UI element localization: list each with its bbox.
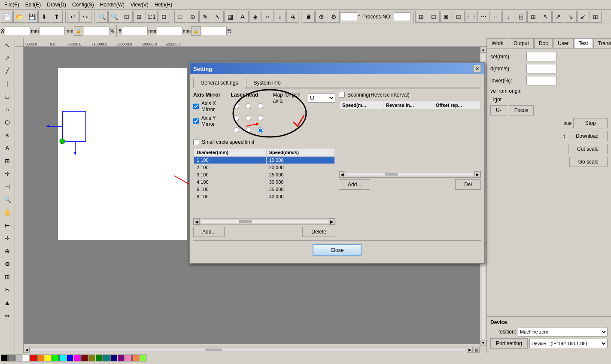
hscroll-left-btn[interactable]: ◀ [24, 347, 30, 353]
align6-button[interactable]: ⋯ [477, 11, 489, 23]
menu-draw[interactable]: Draw(D) [44, 1, 69, 9]
color-lime[interactable] [140, 355, 146, 361]
tab-doc[interactable]: Doc [534, 38, 553, 48]
zoom-tool[interactable]: 🔍 [1, 194, 13, 206]
x-input3[interactable]: 0 [84, 27, 109, 35]
set-input[interactable]: 10.000 [526, 52, 556, 61]
vscroll-up-btn[interactable]: ▲ [480, 47, 486, 53]
scanning-add-button[interactable]: Add... [339, 179, 370, 190]
bitmap-button[interactable]: ▦ [224, 11, 236, 23]
sc-scroll-track[interactable] [201, 220, 328, 223]
scanning-checkbox[interactable] [339, 92, 345, 98]
hscroll-page-btn[interactable]: ▤ [474, 347, 480, 353]
redo-button[interactable]: ↪ [79, 11, 91, 23]
align15-button[interactable]: ⊞ [590, 11, 602, 23]
y-lock-button[interactable]: 🔒 [191, 26, 201, 36]
scan-scroll-thumb[interactable] [385, 173, 398, 176]
align5-button[interactable]: ⋮⋮ [465, 11, 477, 23]
port-select[interactable]: Device---(IP:192.168.1.88) [529, 339, 608, 348]
draw-line-tool[interactable]: ╱ [1, 65, 13, 77]
table-row[interactable]: 8.100 40.000 [194, 193, 335, 200]
menu-config[interactable]: Config(S) [70, 1, 97, 9]
align14-button[interactable]: ↙ [577, 11, 589, 23]
align4-button[interactable]: ⊡ [453, 11, 465, 23]
radio-10[interactable] [234, 115, 239, 121]
color-black[interactable] [1, 355, 8, 361]
y-input2[interactable]: 0 [157, 27, 182, 35]
menu-file[interactable]: File(F) [2, 1, 22, 9]
table-row[interactable]: 3.100 25.000 [194, 171, 335, 179]
menu-edit[interactable]: Edit(E) [23, 1, 44, 9]
measure2-button[interactable]: ↕ [274, 11, 286, 23]
transform-tool[interactable]: ✛ [1, 168, 13, 180]
menu-handle[interactable]: Handle(W) [97, 1, 127, 9]
radio-02[interactable] [258, 103, 263, 109]
tab-work[interactable]: Work [487, 38, 508, 48]
radio-00[interactable] [234, 103, 239, 109]
draw-polygon-tool[interactable]: ⬡ [1, 116, 13, 128]
hscroll-right-btn[interactable]: ▶ [467, 347, 473, 353]
fill-tool[interactable]: ▲ [1, 297, 13, 309]
align1-button[interactable]: ⊞ [415, 11, 427, 23]
zoom-select-button[interactable]: ⊞ [133, 11, 145, 23]
settings-tool[interactable]: ⚙ [1, 258, 13, 270]
scan-scroll-track[interactable] [346, 173, 474, 176]
zoom-out-button[interactable]: 🔍 [108, 11, 120, 23]
download-button[interactable]: Download [567, 131, 608, 141]
align13-button[interactable]: ↘ [565, 11, 577, 23]
export-button[interactable]: ⬆ [51, 11, 63, 23]
menu-view[interactable]: View(V) [128, 1, 151, 9]
align12-button[interactable]: ↗ [552, 11, 564, 23]
align9-button[interactable]: ⌸ [515, 11, 527, 23]
modal-tab-general[interactable]: General settings [193, 78, 245, 88]
tab-transform[interactable]: Transform [593, 38, 611, 48]
y-mirror-checkbox[interactable] [193, 118, 199, 124]
angle-input[interactable]: 0 [340, 12, 357, 21]
scan-scroll-right[interactable]: ▶ [474, 171, 480, 177]
radio-01[interactable] [246, 103, 251, 109]
zoom-page-button[interactable]: ⊟ [158, 11, 170, 23]
color-orange[interactable] [37, 355, 44, 361]
radio-11[interactable] [246, 115, 251, 121]
scanning-table-container[interactable]: Speed(m... Reverse in... Offset rep... [339, 100, 481, 169]
node-edit-tool[interactable]: ↗ [1, 52, 13, 64]
text-button[interactable]: A [237, 11, 249, 23]
draw-spiral-tool[interactable]: ✳ [1, 129, 13, 141]
hscroll-track[interactable] [30, 348, 466, 352]
tool2-button[interactable]: ⚙ [328, 11, 340, 23]
draw-rect-tool[interactable]: □ [1, 91, 13, 103]
align3-button[interactable]: ⊠ [440, 11, 452, 23]
d-input[interactable]: 50 [526, 64, 556, 73]
go-scale-button[interactable]: Go scale [569, 157, 608, 167]
monitor-button[interactable]: 🖥 [303, 11, 315, 23]
modal-close-button[interactable]: Close [313, 244, 362, 256]
path-button[interactable]: ✎ [199, 11, 211, 23]
color-pink[interactable] [125, 355, 132, 361]
undo-button[interactable]: ↩ [67, 11, 79, 23]
x-input2[interactable]: 0 [39, 27, 65, 35]
tab-output[interactable]: Output [509, 38, 534, 48]
color-navy[interactable] [110, 355, 117, 361]
small-circle-checkbox[interactable] [193, 139, 199, 145]
radio-21[interactable] [246, 127, 251, 133]
x-input1[interactable]: 0 [5, 27, 30, 35]
menu-help[interactable]: Help(H) [152, 1, 175, 9]
color-teal[interactable] [103, 355, 110, 361]
measure-button[interactable]: ↔ [261, 11, 274, 23]
process-input[interactable]: 0 [394, 12, 411, 21]
y-input1[interactable]: 0 [122, 27, 148, 35]
tool1-button[interactable]: ⚙ [315, 11, 327, 23]
small-circle-delete-button[interactable]: Delete [302, 227, 335, 237]
color-yellow[interactable] [45, 355, 52, 361]
power-input[interactable]: 0 [526, 76, 556, 85]
draw-ellipse-tool[interactable]: ○ [1, 103, 13, 115]
color-magenta[interactable] [74, 355, 81, 361]
focus-button[interactable]: Focus [509, 105, 534, 115]
small-circle-table-container[interactable]: Diameter(mm) Speed(mm/s) 1.100 15.000 [193, 148, 335, 216]
circle-button[interactable]: ⊙ [187, 11, 199, 23]
small-circle-add-button[interactable]: Add... [193, 227, 225, 237]
radio-22[interactable] [258, 127, 263, 133]
curve-button[interactable]: ∿ [212, 11, 224, 23]
x-mirror-checkbox[interactable] [193, 103, 199, 109]
small-circle-hscroll[interactable]: ◀ ▶ [193, 218, 335, 225]
